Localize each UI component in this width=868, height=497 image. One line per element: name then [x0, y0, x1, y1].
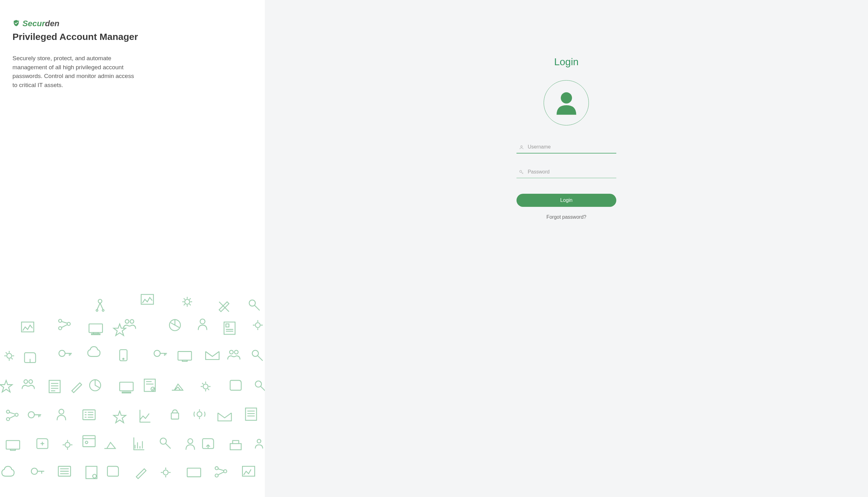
svg-point-4	[102, 310, 104, 311]
logo-part-1: Secur	[23, 19, 45, 28]
svg-point-26	[154, 350, 160, 357]
svg-point-18	[200, 319, 205, 324]
svg-point-29	[230, 350, 233, 354]
svg-point-32	[24, 380, 28, 383]
svg-rect-65	[187, 468, 201, 477]
svg-point-55	[85, 441, 88, 444]
svg-point-59	[257, 439, 261, 443]
svg-rect-36	[120, 382, 133, 391]
svg-point-43	[15, 413, 18, 416]
svg-point-7	[249, 300, 256, 306]
svg-point-71	[521, 146, 522, 147]
svg-rect-24	[120, 350, 127, 361]
svg-point-0	[19, 20, 19, 21]
svg-point-44	[6, 417, 10, 421]
svg-point-56	[160, 438, 167, 444]
svg-point-21	[256, 323, 260, 328]
svg-point-42	[6, 410, 10, 413]
svg-rect-54	[83, 436, 95, 446]
password-group	[517, 166, 616, 178]
svg-point-16	[130, 320, 134, 323]
svg-point-41	[256, 381, 262, 387]
login-heading: Login	[554, 56, 579, 68]
svg-point-72	[520, 170, 522, 172]
logo-text: Securden	[23, 19, 60, 28]
svg-point-1	[19, 21, 19, 21]
svg-point-11	[59, 327, 62, 330]
svg-point-66	[215, 467, 218, 470]
svg-point-39	[151, 387, 155, 391]
svg-point-64	[163, 470, 168, 475]
product-description: Securely store, protect, and automate ma…	[13, 54, 137, 89]
svg-rect-12	[89, 324, 102, 332]
svg-point-33	[29, 380, 32, 383]
login-button[interactable]: Login	[517, 194, 616, 207]
svg-point-10	[67, 322, 70, 325]
svg-point-70	[561, 92, 572, 103]
username-group	[517, 141, 616, 154]
shield-icon	[13, 19, 20, 28]
key-icon	[519, 170, 524, 175]
avatar-circle	[544, 80, 589, 125]
svg-rect-28	[182, 360, 187, 361]
svg-rect-20	[226, 324, 229, 327]
svg-rect-14	[91, 334, 100, 335]
left-panel: Securden Privileged Account Manager Secu…	[0, 0, 265, 497]
svg-point-23	[59, 350, 65, 357]
product-title: Privileged Account Manager	[13, 31, 252, 42]
svg-point-31	[252, 350, 259, 357]
svg-point-9	[59, 319, 62, 322]
svg-point-68	[215, 474, 218, 477]
svg-rect-27	[178, 352, 191, 360]
right-panel: Login Login Forgot password?	[265, 0, 868, 497]
svg-point-15	[125, 320, 129, 323]
svg-rect-51	[6, 441, 20, 449]
login-form: Login Forgot password?	[517, 141, 616, 220]
svg-point-2	[98, 299, 102, 303]
svg-rect-50	[245, 408, 256, 420]
svg-point-40	[203, 384, 208, 389]
username-input[interactable]	[517, 141, 616, 154]
svg-point-30	[234, 350, 238, 354]
svg-point-22	[7, 354, 12, 358]
user-outline-icon	[519, 145, 524, 150]
svg-point-53	[65, 442, 70, 448]
svg-point-3	[96, 310, 98, 311]
svg-point-60	[31, 468, 38, 474]
svg-rect-37	[122, 392, 131, 393]
svg-point-46	[59, 409, 64, 414]
decorative-icon-pattern	[0, 288, 265, 497]
password-input[interactable]	[517, 166, 616, 178]
forgot-password-link[interactable]: Forgot password?	[517, 214, 616, 220]
logo-part-2: den	[45, 19, 59, 28]
user-icon	[552, 89, 580, 117]
svg-point-67	[223, 470, 227, 473]
svg-point-49	[197, 412, 202, 416]
svg-point-57	[188, 439, 193, 444]
logo-area: Securden	[13, 19, 252, 28]
svg-rect-62	[86, 466, 97, 479]
svg-point-25	[123, 358, 124, 359]
svg-point-6	[185, 299, 190, 304]
svg-point-45	[28, 412, 34, 418]
svg-rect-38	[144, 379, 155, 391]
svg-rect-52	[10, 449, 15, 451]
svg-rect-48	[171, 413, 179, 419]
svg-point-63	[92, 474, 96, 478]
svg-rect-58	[230, 444, 241, 450]
